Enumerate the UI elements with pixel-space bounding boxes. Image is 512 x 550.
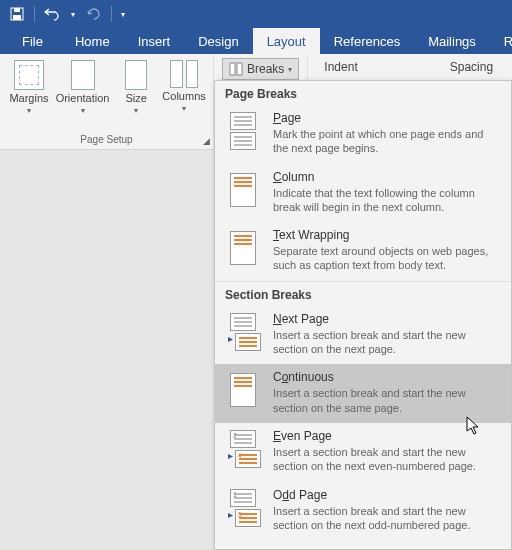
- odd-page-icon: 1 ▸3: [223, 488, 263, 528]
- menu-desc: Insert a section break and start the new…: [273, 504, 501, 533]
- size-icon: [125, 60, 147, 90]
- column-break-icon: [223, 170, 263, 210]
- menu-title: Column: [273, 170, 501, 184]
- group-label-page-setup: Page Setup: [6, 134, 207, 147]
- menu-item-next-page[interactable]: ▸ Next Page Insert a section break and s…: [215, 306, 511, 365]
- menu-desc: Mark the point at which one page ends an…: [273, 127, 501, 156]
- save-icon: [10, 7, 24, 21]
- section-header-page-breaks: Page Breaks: [215, 81, 511, 105]
- menu-item-page[interactable]: Page Mark the point at which one page en…: [215, 105, 511, 164]
- undo-button[interactable]: [39, 2, 65, 26]
- size-button[interactable]: Size ▾: [113, 58, 159, 117]
- orientation-icon: [71, 60, 95, 90]
- section-header-section-breaks: Section Breaks: [215, 281, 511, 306]
- redo-icon: [87, 7, 101, 21]
- undo-more-button[interactable]: ▾: [67, 2, 79, 26]
- menu-desc: Separate text around objects on web page…: [273, 244, 501, 273]
- menu-title: Next Page: [273, 312, 501, 326]
- tab-insert[interactable]: Insert: [124, 28, 185, 54]
- columns-button[interactable]: Columns ▾: [161, 58, 207, 117]
- menu-desc: Insert a section break and start the new…: [273, 445, 501, 474]
- next-page-icon: ▸: [223, 312, 263, 352]
- save-button[interactable]: [4, 2, 30, 26]
- orientation-label: Orientation: [56, 92, 110, 104]
- continuous-icon: [223, 370, 263, 410]
- breaks-icon: [229, 62, 243, 76]
- breaks-dropdown: Page Breaks Page Mark the point at which…: [214, 80, 512, 550]
- chevron-down-icon: ▾: [288, 65, 292, 74]
- svg-rect-1: [14, 8, 20, 12]
- menu-title: Page: [273, 111, 501, 125]
- chevron-down-icon: ▾: [182, 104, 186, 113]
- menu-desc: Insert a section break and start the new…: [273, 386, 501, 415]
- spacing-header: Spacing: [442, 58, 501, 76]
- margins-label: Margins: [9, 92, 48, 104]
- indent-header: Indent: [316, 58, 365, 76]
- orientation-button[interactable]: Orientation ▾: [54, 58, 111, 117]
- svg-rect-3: [230, 63, 235, 75]
- menu-desc: Insert a section break and start the new…: [273, 328, 501, 357]
- quick-access-toolbar: ▾ ▾: [0, 0, 512, 28]
- tab-layout[interactable]: Layout: [253, 28, 320, 54]
- svg-rect-2: [13, 15, 21, 20]
- menu-title: Continuous: [273, 370, 501, 384]
- menu-item-column[interactable]: Column Indicate that the text following …: [215, 164, 511, 223]
- size-label: Size: [125, 92, 146, 104]
- page-break-icon: [223, 111, 263, 151]
- qat-customize-button[interactable]: ▾: [116, 2, 130, 26]
- page-setup-dialog-launcher[interactable]: ◢: [203, 136, 210, 146]
- svg-rect-4: [237, 63, 242, 75]
- tab-mailings[interactable]: Mailings: [414, 28, 490, 54]
- text-wrapping-icon: [223, 228, 263, 268]
- ribbon-tabs: File Home Insert Design Layout Reference…: [0, 28, 512, 54]
- separator: [111, 6, 112, 22]
- menu-item-odd-page[interactable]: 1 ▸3 Odd Page Insert a section break and…: [215, 482, 511, 541]
- tab-home[interactable]: Home: [61, 28, 124, 54]
- chevron-down-icon: ▾: [134, 106, 138, 115]
- breaks-button[interactable]: Breaks ▾: [222, 58, 299, 80]
- separator: [34, 6, 35, 22]
- margins-button[interactable]: Margins ▾: [6, 58, 52, 117]
- columns-label: Columns: [162, 90, 205, 102]
- tab-design[interactable]: Design: [184, 28, 252, 54]
- undo-icon: [44, 7, 60, 21]
- menu-item-continuous[interactable]: Continuous Insert a section break and st…: [215, 364, 511, 423]
- redo-button[interactable]: [81, 2, 107, 26]
- tab-references[interactable]: References: [320, 28, 414, 54]
- tab-review[interactable]: Revie: [490, 28, 512, 54]
- menu-desc: Indicate that the text following the col…: [273, 186, 501, 215]
- menu-title: Odd Page: [273, 488, 501, 502]
- menu-item-even-page[interactable]: 2 ▸4 Even Page Insert a section break an…: [215, 423, 511, 482]
- group-page-setup: Margins ▾ Orientation ▾ Size ▾ Columns ▾…: [0, 54, 214, 149]
- margins-icon: [14, 60, 44, 90]
- columns-icon: [170, 60, 198, 88]
- breaks-label: Breaks: [247, 62, 284, 76]
- chevron-down-icon: ▾: [27, 106, 31, 115]
- tab-file[interactable]: File: [4, 28, 61, 54]
- menu-title: Text Wrapping: [273, 228, 501, 242]
- even-page-icon: 2 ▸4: [223, 429, 263, 469]
- menu-title: Even Page: [273, 429, 501, 443]
- menu-item-text-wrapping[interactable]: Text Wrapping Separate text around objec…: [215, 222, 511, 281]
- chevron-down-icon: ▾: [81, 106, 85, 115]
